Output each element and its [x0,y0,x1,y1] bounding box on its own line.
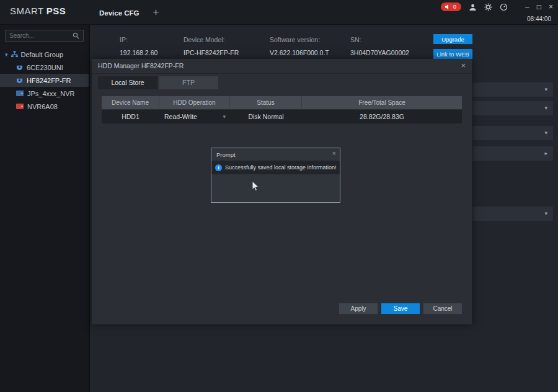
col-status: Status [230,96,302,109]
field-value: 192.168.2.60 [120,49,184,56]
col-free-total: Free/Total Space [302,96,462,109]
link-to-web-button[interactable]: Link to WEB [433,49,472,59]
chevron-down-icon[interactable]: ▾ [544,210,547,216]
dome-camera-icon [16,64,23,71]
prompt-dialog: Prompt × i Successfully saved local stor… [211,148,340,203]
apply-button[interactable]: Apply [339,303,378,314]
nvr-icon-offline [16,104,24,109]
cell-free-total: 28.82G/28.83G [302,110,462,123]
field-value: V2.622.106F000.0.T [270,49,350,56]
chevron-down-icon[interactable]: ▾ [544,130,547,136]
prompt-title: Prompt [216,151,236,158]
smartpss-window: SMARTPSS Device CFG + 0 – □ × [0,0,558,392]
brand-smart: SMART [10,6,44,16]
add-tab-button[interactable]: + [153,6,159,19]
col-hdd-operation: HDD Operation [159,96,230,109]
save-button[interactable]: Save [381,303,420,314]
cell-device-name: HDD1 [102,110,159,123]
field-label: SN: [350,36,437,43]
group-label: Default Group [21,51,63,58]
prompt-close-icon[interactable]: × [332,149,336,157]
minimize-button[interactable]: – [525,2,529,11]
device-label: HF8242FP-FR [27,77,71,84]
collapsed-section[interactable]: ▾ [472,101,553,115]
device-sidebar: ▾ Default Group 6CE230UNI HF8242FP-FR JP… [0,25,90,392]
collapsed-section[interactable]: ▸ [472,146,553,161]
user-icon[interactable] [469,3,477,11]
collapsed-section[interactable]: ▾ [472,207,553,221]
device-info-software: Software version: V2.622.106F000.0.T [270,36,350,56]
device-info-ip: IP: 192.168.2.60 [120,36,184,56]
hdd-operation-value: Read-Write [164,113,197,120]
alarm-count: 0 [453,4,456,10]
sidebar-item-nvr6a08[interactable]: NVR6A08 [0,100,89,113]
dialog-footer: Apply Save Cancel [339,303,462,314]
window-controls: – □ × [525,2,553,11]
speaker-icon [445,4,451,10]
info-icon: i [215,164,222,171]
hdd-table: Device Name HDD Operation Status Free/To… [102,96,462,123]
titlebar: SMARTPSS Device CFG + 0 – □ × [0,0,558,25]
dome-camera-icon [16,77,23,84]
chevron-down-icon[interactable]: ▾ [544,105,547,111]
field-label: Software version: [270,36,350,43]
device-label: JPs_4xxx_NVR [27,90,74,97]
hdd-manager-tabs: Local Store FTP [98,76,218,89]
group-icon [11,51,18,58]
hdd-manager-header: HDD Manager HF8242FP-FR × [92,59,472,74]
col-device-name: Device Name [102,96,159,109]
nvr-icon [16,91,24,96]
device-info-bar: IP: 192.168.2.60 Device Model: IPC-HF824… [120,36,437,56]
prompt-header: Prompt × [211,148,340,161]
clock: 08:44:00 [527,16,551,22]
tab-ftp[interactable]: FTP [159,76,218,89]
sidebar-item-6ce230uni[interactable]: 6CE230UNI [0,61,89,74]
device-label: NVR6A08 [27,103,58,110]
hdd-manager-dialog: HDD Manager HF8242FP-FR × Local Store FT… [92,59,472,324]
sidebar-item-hf8242fp-fr[interactable]: HF8242FP-FR [0,74,89,87]
maximize-button[interactable]: □ [537,2,541,11]
prompt-message: Successfully saved local storage informa… [225,164,337,171]
tab-local-store[interactable]: Local Store [98,76,157,89]
collapsed-section[interactable]: ▾ [472,126,553,140]
chevron-down-icon[interactable]: ▾ [544,86,547,92]
expand-caret-icon[interactable]: ▾ [5,51,8,58]
mouse-cursor [252,180,260,195]
upgrade-button[interactable]: Upgrade [433,34,472,44]
device-info-sn: SN: 3H04D70YAG00002 [350,36,437,56]
field-label: Device Model: [184,36,270,43]
gear-icon[interactable] [484,3,492,11]
hdd-table-header: Device Name HDD Operation Status Free/To… [102,96,462,109]
dialog-title: HDD Manager HF8242FP-FR [98,62,184,69]
tab-device-cfg[interactable]: Device CFG [99,8,140,17]
hdd-operation-dropdown[interactable]: Read-Write ▾ [159,110,230,123]
sidebar-item-jps-4xxx-nvr[interactable]: JPs_4xxx_NVR [0,87,89,100]
prompt-message-row: i Successfully saved local storage infor… [211,161,340,174]
close-button[interactable]: × [549,2,553,11]
field-value: 3H04D70YAG00002 [350,49,437,56]
monitor-gauge-icon[interactable] [500,3,508,11]
table-row[interactable]: HDD1 Read-Write ▾ Disk Normal 28.82G/28.… [102,110,462,123]
search-icon[interactable] [73,32,79,39]
device-info-model: Device Model: IPC-HF8242FP-FR [184,36,270,56]
device-label: 6CE230UNI [27,64,63,71]
search-input[interactable] [9,32,73,39]
tree-group-default[interactable]: ▾ Default Group [0,48,89,61]
chevron-right-icon[interactable]: ▸ [544,150,547,156]
tab-bar: Device CFG + [99,0,159,25]
cancel-button[interactable]: Cancel [423,303,462,314]
device-cfg-main: IP: 192.168.2.60 Device Model: IPC-HF824… [90,25,558,392]
titlebar-controls: 0 – □ × [441,2,553,11]
dialog-close-icon[interactable]: × [461,61,466,70]
field-value: IPC-HF8242FP-FR [184,49,270,56]
alarm-badge[interactable]: 0 [441,2,461,11]
dropdown-caret-icon[interactable]: ▾ [223,114,226,120]
search-box [5,30,84,42]
brand-pss: PSS [46,6,66,16]
cell-status: Disk Normal [230,110,302,123]
device-tree: ▾ Default Group 6CE230UNI HF8242FP-FR JP… [0,48,89,113]
app-logo: SMARTPSS [10,6,66,16]
collapsed-section[interactable]: ▾ [472,82,553,97]
field-label: IP: [120,36,184,43]
